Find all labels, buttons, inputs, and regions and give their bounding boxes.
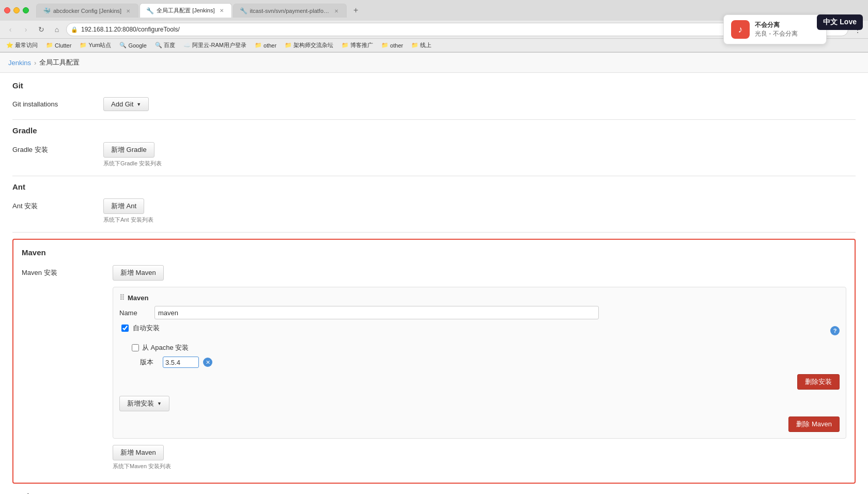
bookmark-item[interactable]: 📁 other xyxy=(253,41,278,50)
new-install-button[interactable]: 新增安装 xyxy=(119,396,169,411)
ant-hint: 系统下Ant 安装列表 xyxy=(103,216,856,224)
ant-label: Ant 安装 xyxy=(12,198,95,211)
cloud-icon: ☁️ xyxy=(183,42,191,49)
folder-icon: 📁 xyxy=(255,42,262,49)
tab-close-button[interactable]: ✕ xyxy=(333,7,340,14)
maven-install-block: ⠿ Maven Name 自动安装 xyxy=(113,287,846,439)
close-window-button[interactable] xyxy=(4,7,10,13)
add-maven-button[interactable]: 新增 Maven xyxy=(113,265,164,281)
add-gradle-button[interactable]: 新增 Gradle xyxy=(103,142,154,158)
bookmark-label: Clutter xyxy=(55,42,71,49)
delete-install-btn-row: 删除安装 xyxy=(119,374,840,390)
git-content: Add Git xyxy=(103,97,856,111)
bookmark-item[interactable]: 📁 架构师交流杂坛 xyxy=(283,40,335,50)
version-clear-button[interactable]: ✕ xyxy=(203,358,212,367)
ant-section: Ant Ant 安装 新增 Ant 系统下Ant 安装列表 xyxy=(12,182,856,224)
bookmark-item[interactable]: 🔍 Google xyxy=(117,41,148,50)
ant-section-header: Ant xyxy=(12,182,856,193)
git-row: Git installations Add Git xyxy=(12,97,856,111)
from-apache-checkbox[interactable] xyxy=(132,344,139,351)
tab-global-config[interactable]: 🔧 全局工具配置 [Jenkins] ✕ xyxy=(140,3,231,18)
breadcrumb-current: 全局工具配置 xyxy=(39,58,80,67)
auto-install-checkbox[interactable] xyxy=(121,325,129,332)
breadcrumb-home[interactable]: Jenkins xyxy=(8,59,31,67)
maven-install-label: Maven xyxy=(128,294,148,302)
tab-itcast[interactable]: 🔧 itcast-svn/svn/payment-platform/c... ✕ xyxy=(233,4,347,18)
search-icon: 🔍 xyxy=(119,42,127,49)
second-add-maven-button[interactable]: 新增 Maven xyxy=(113,445,164,460)
bookmark-item[interactable]: 📁 Yum站点 xyxy=(78,40,113,50)
chinese-love-button[interactable]: 中文 Love xyxy=(817,14,863,30)
new-tab-button[interactable]: + xyxy=(350,4,362,17)
ant-row: Ant 安装 新增 Ant 系统下Ant 安装列表 xyxy=(12,198,856,224)
version-label: 版本 xyxy=(140,358,159,367)
auto-install-row: 自动安装 xyxy=(119,323,160,333)
bookmark-item[interactable]: 🔍 百度 xyxy=(153,40,177,50)
notification-title: 不会分离 xyxy=(755,21,798,29)
name-label: Name xyxy=(119,309,150,317)
tab-title: abcdocker Config [Jenkins] xyxy=(53,8,121,14)
drag-icon: ⠿ xyxy=(119,294,125,302)
notification-subtitle: 光良 - 不会分离 xyxy=(755,29,798,38)
address-text: 192.168.11.20:8080/configureTools/ xyxy=(81,26,180,33)
back-button[interactable]: ‹ xyxy=(4,23,17,36)
tab-favicon: 🔧 xyxy=(240,7,247,14)
folder-icon: 📁 xyxy=(46,42,53,49)
divider xyxy=(12,119,856,120)
delete-maven-button[interactable]: 删除 Maven xyxy=(788,416,840,432)
gradle-content: 新增 Gradle 系统下Gradle 安装列表 xyxy=(103,142,856,167)
folder-icon: 📁 xyxy=(342,42,349,49)
add-ant-button[interactable]: 新增 Ant xyxy=(103,198,144,214)
music-icon: ♪ xyxy=(738,24,743,35)
bookmark-label: 架构师交流杂坛 xyxy=(293,41,333,49)
docker-section: Docker Docker 安装 新增 Docker xyxy=(12,492,856,494)
divider xyxy=(12,176,856,176)
bookmark-item[interactable]: 📁 Clutter xyxy=(44,41,73,50)
tab-title: itcast-svn/svn/payment-platform/c... xyxy=(250,8,330,14)
breadcrumb: Jenkins › 全局工具配置 xyxy=(0,53,868,73)
bookmark-item[interactable]: ☁️ 阿里云-RAM用户登录 xyxy=(181,40,249,50)
home-button[interactable]: ⌂ xyxy=(51,23,63,36)
apache-install-header: 从 Apache 安装 xyxy=(132,343,840,352)
traffic-lights xyxy=(4,7,29,13)
version-input[interactable] xyxy=(163,357,199,368)
bookmark-label: 阿里云-RAM用户登录 xyxy=(192,41,246,49)
notification-text: 不会分离 光良 - 不会分离 xyxy=(755,21,798,38)
folder-icon: 📁 xyxy=(381,42,389,49)
help-icon[interactable]: ? xyxy=(830,326,840,335)
tab-close-button[interactable]: ✕ xyxy=(125,7,132,14)
new-install-btn-row: 新增安装 xyxy=(119,396,840,411)
add-git-button[interactable]: Add Git xyxy=(103,97,149,111)
bookmark-label: 线上 xyxy=(420,41,431,49)
bookmark-label: Google xyxy=(128,42,146,49)
bookmark-item[interactable]: 📁 other xyxy=(379,41,405,50)
delete-install-button[interactable]: 删除安装 xyxy=(797,374,840,390)
bookmark-item[interactable]: 📁 线上 xyxy=(409,40,433,50)
reload-button[interactable]: ↻ xyxy=(35,23,48,36)
bookmark-label: Yum站点 xyxy=(88,41,111,49)
git-label: Git installations xyxy=(12,97,95,108)
tab-title: 全局工具配置 [Jenkins] xyxy=(157,7,214,14)
bookmark-label: other xyxy=(390,42,403,49)
gradle-hint: 系统下Gradle 安装列表 xyxy=(103,160,856,167)
tab-abcdocker[interactable]: 🐳 abcdocker Config [Jenkins] ✕ xyxy=(36,4,138,18)
tab-favicon: 🐳 xyxy=(43,7,50,14)
bookmark-item[interactable]: 📁 博客推广 xyxy=(339,40,375,50)
maven-name-input[interactable] xyxy=(154,306,599,319)
star-icon: ⭐ xyxy=(6,42,13,49)
chinese-love-label: 中文 Love xyxy=(823,18,857,26)
gradle-label: Gradle 安装 xyxy=(12,142,95,155)
ant-content: 新增 Ant 系统下Ant 安装列表 xyxy=(103,198,856,224)
bookmark-label: 百度 xyxy=(164,41,175,49)
gradle-section: Gradle Gradle 安装 新增 Gradle 系统下Gradle 安装列… xyxy=(12,126,856,167)
folder-icon: 📁 xyxy=(285,42,292,49)
tab-close-button[interactable]: ✕ xyxy=(218,7,225,14)
forward-button[interactable]: › xyxy=(20,23,32,36)
bookmark-item[interactable]: ⭐ 最常访问 xyxy=(4,40,40,50)
git-section: Git Git installations Add Git xyxy=(12,81,856,111)
minimize-window-button[interactable] xyxy=(13,7,20,13)
maximize-window-button[interactable] xyxy=(23,7,29,13)
docker-section-header: Docker xyxy=(12,492,856,494)
breadcrumb-separator: › xyxy=(34,59,36,67)
jenkins-container: Jenkins › 全局工具配置 Git Git installations A… xyxy=(0,53,868,494)
